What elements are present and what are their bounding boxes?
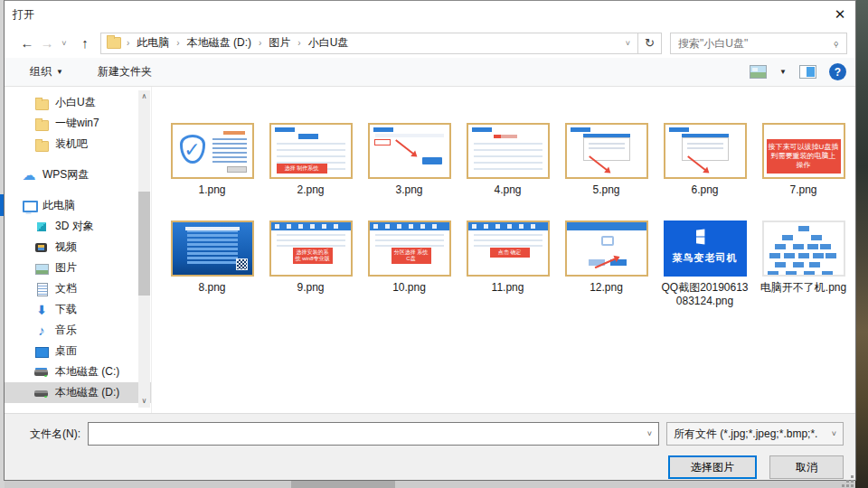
sidebar-item-此电脑[interactable]: 此电脑 [5, 195, 151, 216]
scroll-down-icon[interactable]: ∨ [142, 395, 147, 408]
forward-icon: → [37, 33, 57, 53]
sidebar-item-本地磁盘 (C:)[interactable]: 本地磁盘 (C:) [5, 361, 151, 382]
file-thumbnail[interactable]: 选择 制作系统 [269, 123, 353, 179]
select-picture-button[interactable]: 选择图片 [668, 455, 757, 479]
breadcrumb-segment[interactable]: 小白U盘 [301, 36, 356, 49]
picture-icon [34, 261, 49, 276]
refresh-button[interactable]: ↻ [638, 33, 662, 54]
sidebar-item-label: 音乐 [55, 323, 77, 338]
filename-combobox[interactable]: ˅ [88, 422, 659, 446]
file-thumbnail[interactable]: 分区选择 系统C盘 [368, 221, 451, 277]
filename-dropdown-icon[interactable]: ˅ [641, 429, 658, 438]
sidebar-item-3D 对象[interactable]: 3D 对象 [5, 216, 151, 237]
file-thumbnail[interactable] [368, 123, 451, 179]
file-item[interactable]: 接下来可以拔掉U盘插到需要重装的电脑上操作7.png [754, 123, 853, 221]
sidebar-item-WPS网盘[interactable]: ☁WPS网盘 [5, 164, 151, 185]
desktop-screen: 打开 ✕ ← → ˅ ↑ › 此电脑›本地磁盘 (D:)›图片›小白U盘 ˅ ↻… [0, 0, 868, 488]
folder-icon [34, 137, 49, 152]
file-item[interactable]: 6.png [656, 123, 754, 221]
document-icon [34, 282, 49, 296]
sidebar-item-label: 桌面 [55, 343, 77, 359]
up-icon[interactable]: ↑ [75, 33, 95, 53]
cancel-button[interactable]: 取消 [769, 455, 844, 479]
organize-button[interactable]: 组织 ▼ [23, 61, 71, 83]
sidebar-item-label: 本地磁盘 (C:) [55, 364, 119, 380]
chevron-down-icon: ▼ [56, 68, 63, 76]
file-item[interactable]: 电脑开不了机.png [754, 221, 853, 318]
view-thumbnails-icon[interactable] [750, 65, 767, 79]
thumbnail-callout-text: 分区选择 系统C盘 [392, 248, 431, 264]
address-bar[interactable]: › 此电脑›本地磁盘 (D:)›图片›小白U盘 ˅ [100, 33, 638, 54]
scroll-thumb[interactable] [138, 192, 150, 296]
scroll-up-icon[interactable]: ∧ [142, 90, 147, 103]
recent-locations-icon[interactable]: ˅ [57, 33, 71, 53]
file-thumbnail[interactable] [664, 123, 747, 179]
file-thumbnail[interactable] [467, 123, 550, 179]
address-dropdown-icon[interactable]: ˅ [618, 39, 637, 48]
breadcrumb-segment[interactable]: 本地磁盘 (D:) [180, 36, 259, 49]
file-thumbnail[interactable]: 接下来可以拔掉U盘插到需要重装的电脑上操作 [762, 123, 845, 179]
toolbar-right-group: ▼ ? [750, 63, 846, 80]
sidebar-item-label: 此电脑 [42, 198, 75, 213]
search-box[interactable]: ⌕ [670, 33, 847, 54]
back-icon[interactable]: ← [17, 33, 37, 53]
file-item[interactable]: 分区选择 系统C盘10.png [360, 221, 458, 318]
sidebar-item-小白U盘[interactable]: 小白U盘 [5, 92, 151, 113]
dialog-title: 打开 [5, 7, 34, 23]
file-item[interactable]: 8.png [163, 221, 261, 318]
file-item[interactable]: 4.png [458, 123, 557, 221]
sidebar-scrollbar[interactable]: ∧ ∨ [138, 90, 150, 408]
background-bottom-block [291, 481, 395, 488]
file-item[interactable]: ✓1.png [163, 123, 261, 221]
file-thumbnail[interactable] [171, 221, 254, 277]
computer-icon [22, 199, 36, 213]
sidebar-item-本地磁盘 (D:)[interactable]: 本地磁盘 (D:) [5, 382, 151, 403]
file-thumbnail[interactable]: 选择安装的系统 win8专业版 [269, 221, 353, 277]
sidebar-item-文档[interactable]: 文档 [5, 278, 151, 299]
sidebar-item-label: 下载 [55, 302, 77, 317]
sidebar-item-音乐[interactable]: ♪音乐 [5, 320, 151, 341]
file-thumbnail[interactable]: ✓ [171, 123, 254, 179]
file-name: 6.png [691, 183, 718, 197]
file-name: 4.png [494, 183, 521, 197]
cube-icon [34, 220, 49, 234]
file-item[interactable]: 选择 制作系统2.png [261, 123, 360, 221]
file-item[interactable]: 选择安装的系统 win8专业版9.png [261, 221, 360, 318]
file-grid: ✓1.png选择 制作系统2.png3.png4.png5.png6.png接下… [163, 123, 855, 318]
file-item[interactable]: 菜鸟变老司机QQ截图20190613083124.png [656, 221, 754, 318]
resize-grip[interactable] [851, 475, 854, 478]
file-item[interactable]: 12.png [557, 221, 656, 318]
organize-label: 组织 [30, 64, 52, 80]
search-icon[interactable]: ⌕ [825, 32, 848, 55]
file-thumbnail[interactable] [565, 221, 648, 277]
filename-input[interactable] [89, 423, 641, 445]
sidebar-item-装机吧[interactable]: 装机吧 [5, 134, 151, 155]
sidebar-item-下载[interactable]: ⬇下载 [5, 299, 151, 320]
sidebar-item-一键win7[interactable]: 一键win7 [5, 113, 151, 134]
breadcrumb-segment[interactable]: 图片 [261, 36, 297, 49]
file-name: 7.png [789, 183, 816, 197]
filetype-combobox[interactable]: 所有文件 (*.jpg;*.jpeg;*.bmp;*. ˅ [666, 422, 844, 446]
file-name: 8.png [198, 281, 225, 295]
file-thumbnail[interactable]: 点击 确定 [467, 221, 550, 277]
close-icon[interactable]: ✕ [825, 1, 855, 28]
new-folder-button[interactable]: 新建文件夹 [90, 61, 159, 83]
sidebar-item-图片[interactable]: 图片 [5, 258, 151, 278]
title-bar[interactable]: 打开 ✕ [5, 1, 855, 28]
file-thumbnail[interactable] [762, 221, 845, 277]
file-thumbnail[interactable] [565, 123, 648, 179]
search-input[interactable] [671, 37, 826, 50]
breadcrumb-segment[interactable]: 此电脑 [129, 36, 176, 49]
view-dropdown-icon[interactable]: ▼ [779, 68, 787, 76]
help-icon[interactable]: ? [829, 63, 846, 80]
preview-pane-icon[interactable] [799, 65, 816, 79]
navigation-pane: 小白U盘一键win7装机吧☁WPS网盘此电脑3D 对象视频图片文档⬇下载♪音乐桌… [5, 87, 152, 413]
sidebar-item-桌面[interactable]: 桌面 [5, 341, 151, 361]
file-thumbnail[interactable]: 菜鸟变老司机 [664, 221, 747, 277]
file-item[interactable]: 点击 确定11.png [458, 221, 557, 318]
filetype-dropdown-icon: ˅ [826, 429, 843, 438]
thumbnail-callout-text: 接下来可以拔掉U盘插到需要重装的电脑上操作 [767, 139, 841, 174]
file-item[interactable]: 5.png [557, 123, 656, 221]
sidebar-item-视频[interactable]: 视频 [5, 237, 151, 258]
file-item[interactable]: 3.png [360, 123, 458, 221]
